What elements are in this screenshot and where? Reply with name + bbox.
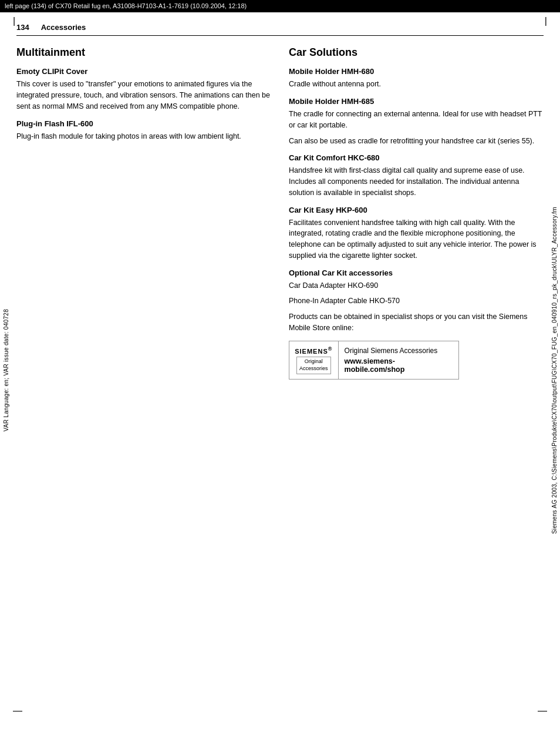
two-columns: Multitainment Emoty CLIPit Cover This co… [16, 46, 544, 379]
sidebar-left: VAR Language: en; VAR issue date: 040728 [0, 18, 12, 723]
sidebar-right: Siemens AG 2003, C:\Siemens\Produkte\CX7… [548, 18, 560, 723]
right-sub5-heading: Optional Car Kit accessories [289, 268, 544, 277]
top-bar-text: left page (134) of CX70 Retail fug en, A… [5, 2, 247, 9]
left-sub2-heading: Plug-in Flash IFL-600 [16, 119, 271, 128]
top-bar: left page (134) of CX70 Retail fug en, A… [0, 0, 560, 12]
corner-mark-top-right: | [545, 16, 547, 26]
siemens-register: ® [328, 346, 333, 352]
siemens-original-line2: Accessories [299, 365, 328, 372]
siemens-original-line1: Original [299, 358, 328, 365]
sidebar-left-text: VAR Language: en; VAR issue date: 040728 [3, 309, 9, 431]
right-sub8-body: Products can be obtained in specialist s… [289, 311, 544, 334]
right-sub0-body: Cradle without antenna port. [289, 79, 544, 90]
main-content: 134 Accessories Multitainment Emoty CLIP… [16, 12, 544, 379]
column-right: Car Solutions Mobile Holder HMH-680 Crad… [289, 46, 544, 379]
sidebar-right-text: Siemens AG 2003, C:\Siemens\Produkte\CX7… [551, 207, 558, 534]
siemens-box: SIEMENS® Original Accessories Original S… [289, 341, 459, 380]
corner-mark-bottom-left: — [13, 706, 22, 716]
right-sub4-body: Facilitates convenient handsfree talking… [289, 217, 544, 261]
right-sub3-body: Handsfree kit with first-class digital c… [289, 165, 544, 198]
left-sub1-heading: Emoty CLIPit Cover [16, 67, 271, 76]
right-sub1-body: The cradle for connecting an external an… [289, 109, 544, 131]
right-sub3-heading: Car Kit Comfort HKC-680 [289, 153, 544, 162]
right-sub4-heading: Car Kit Easy HKP-600 [289, 206, 544, 214]
siemens-original-box: Original Accessories [296, 357, 331, 374]
page-number: 134 [16, 23, 29, 32]
corner-mark-bottom-right: — [538, 706, 547, 716]
corner-mark-top-left: | [13, 16, 15, 26]
right-sub7-body: Phone-In Adapter Cable HKO-570 [289, 296, 544, 307]
left-section-title: Multitainment [16, 46, 271, 59]
left-sub1-body: This cover is used to "transfer" your em… [16, 79, 271, 112]
right-sub6-body: Car Data Adapter HKO-690 [289, 280, 544, 291]
column-left: Multitainment Emoty CLIPit Cover This co… [16, 46, 271, 379]
page-header: 134 Accessories [16, 12, 544, 36]
siemens-brand: SIEMENS® [295, 346, 332, 355]
siemens-logo-area: SIEMENS® Original Accessories [289, 341, 339, 379]
siemens-info-title: Original Siemens Accessories [345, 347, 453, 355]
page-title: Accessories [41, 23, 86, 32]
left-sub2-body: Plug-in flash module for taking photos i… [16, 131, 271, 142]
right-sub2-body: Can also be used as cradle for retrofitt… [289, 136, 544, 147]
right-sub0-heading: Mobile Holder HMH-680 [289, 67, 544, 76]
right-section-title: Car Solutions [289, 46, 544, 59]
siemens-info: Original Siemens Accessories www.siemens… [339, 341, 458, 379]
siemens-url: www.siemens-mobile.com/shop [345, 357, 453, 374]
right-sub1-heading: Mobile Holder HMH-685 [289, 97, 544, 106]
